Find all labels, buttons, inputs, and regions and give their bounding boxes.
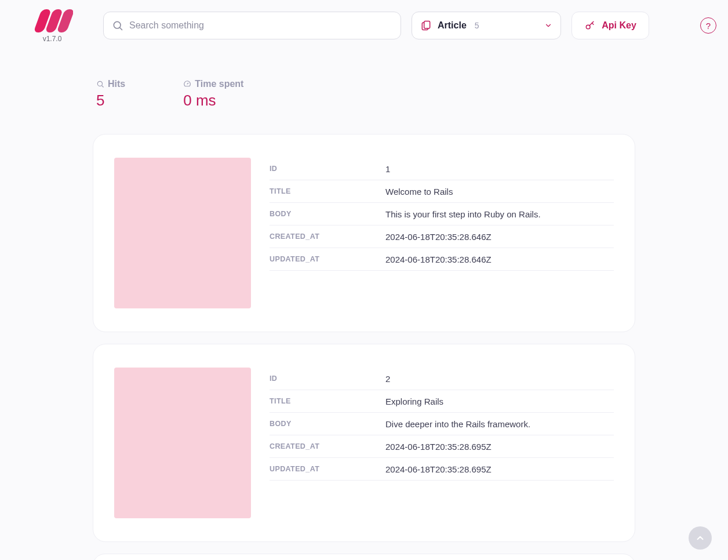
field-val: 2: [385, 374, 614, 384]
key-icon: [584, 20, 596, 31]
version-label: v1.7.0: [43, 35, 62, 43]
chevron-up-icon: [695, 533, 705, 543]
field-row: BODY Dive deeper into the Rails framewor…: [270, 413, 614, 435]
result-card: ID 2 TITLE Exploring Rails BODY Dive dee…: [93, 344, 635, 542]
hits-value: 5: [96, 92, 125, 110]
field-key: ID: [270, 165, 385, 173]
svg-line-9: [187, 83, 188, 84]
field-val: Exploring Rails: [385, 397, 614, 406]
result-thumbnail: [114, 368, 251, 518]
field-row: CREATED_AT 2024-06-18T20:35:28.695Z: [270, 435, 614, 458]
stat-hits: Hits 5: [96, 79, 125, 110]
field-key: CREATED_AT: [270, 232, 385, 241]
field-val: 2024-06-18T20:35:28.646Z: [385, 232, 614, 242]
field-key: UPDATED_AT: [270, 255, 385, 263]
field-row: ID 2: [270, 368, 614, 390]
scroll-top-button[interactable]: [689, 526, 712, 550]
field-row: UPDATED_AT 2024-06-18T20:35:28.695Z: [270, 458, 614, 481]
logo-block: v1.7.0: [12, 8, 93, 43]
field-row: UPDATED_AT 2024-06-18T20:35:28.646Z: [270, 248, 614, 271]
results-list: ID 1 TITLE Welcome to Rails BODY This is…: [0, 110, 728, 560]
time-value: 0 ms: [183, 92, 243, 110]
result-fields: ID 1 TITLE Welcome to Rails BODY This is…: [270, 158, 614, 308]
svg-line-4: [120, 28, 122, 30]
field-row: TITLE Welcome to Rails: [270, 180, 614, 203]
help-button[interactable]: ?: [700, 17, 716, 34]
field-key: UPDATED_AT: [270, 465, 385, 473]
index-select[interactable]: Article 5: [412, 12, 561, 39]
field-val: 2024-06-18T20:35:28.646Z: [385, 254, 614, 264]
field-row: BODY This is your first step into Ruby o…: [270, 203, 614, 226]
stat-time: Time spent 0 ms: [183, 79, 243, 110]
field-key: BODY: [270, 420, 385, 428]
hits-label: Hits: [108, 79, 125, 89]
field-key: TITLE: [270, 397, 385, 405]
api-key-label: Api Key: [602, 20, 636, 31]
search-box[interactable]: [103, 12, 401, 39]
search-icon: [112, 20, 123, 31]
result-card: ID 1 TITLE Welcome to Rails BODY This is…: [93, 134, 635, 332]
index-name: Article: [438, 20, 467, 31]
field-row: TITLE Exploring Rails: [270, 390, 614, 413]
svg-rect-5: [424, 21, 430, 29]
field-val: Dive deeper into the Rails framework.: [385, 419, 614, 429]
api-key-button[interactable]: Api Key: [572, 12, 649, 39]
gauge-icon: [183, 80, 191, 88]
field-key: BODY: [270, 210, 385, 218]
field-row: ID 1: [270, 158, 614, 180]
field-val: 2024-06-18T20:35:28.695Z: [385, 442, 614, 452]
topbar: v1.7.0 Article 5: [0, 0, 728, 48]
index-count: 5: [475, 21, 479, 30]
meilisearch-logo-icon: [31, 9, 73, 32]
field-val: This is your first step into Ruby on Rai…: [385, 209, 614, 219]
field-key: TITLE: [270, 187, 385, 195]
search-input[interactable]: [129, 20, 392, 31]
field-val: 2024-06-18T20:35:28.695Z: [385, 464, 614, 474]
document-icon: [420, 20, 432, 31]
result-card: [93, 554, 635, 560]
svg-line-8: [102, 86, 104, 88]
chevron-down-icon: [544, 21, 552, 30]
result-thumbnail: [114, 158, 251, 308]
field-val: 1: [385, 164, 614, 174]
stats-bar: Hits 5 Time spent 0 ms: [0, 48, 728, 110]
search-small-icon: [96, 80, 104, 88]
time-label: Time spent: [195, 79, 243, 89]
field-row: CREATED_AT 2024-06-18T20:35:28.646Z: [270, 226, 614, 248]
field-val: Welcome to Rails: [385, 187, 614, 197]
field-key: CREATED_AT: [270, 442, 385, 450]
field-key: ID: [270, 374, 385, 383]
result-fields: ID 2 TITLE Exploring Rails BODY Dive dee…: [270, 368, 614, 518]
help-icon: ?: [706, 21, 711, 31]
